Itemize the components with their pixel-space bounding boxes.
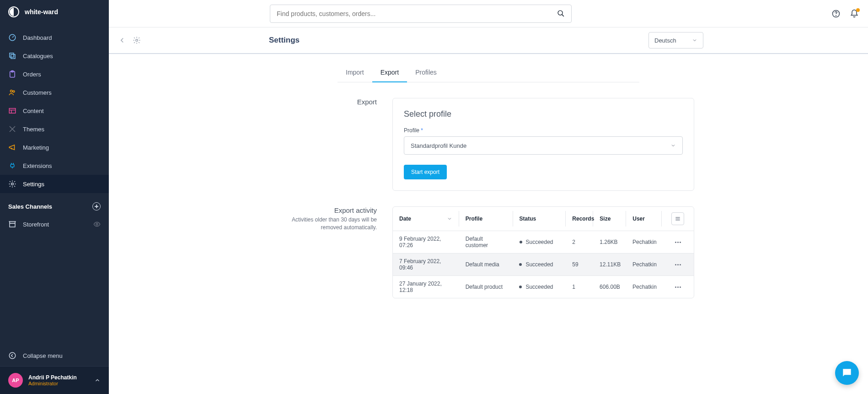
collapse-menu[interactable]: Collapse menu bbox=[0, 345, 109, 367]
table-header: Date Profile Status Records Size User bbox=[393, 207, 694, 231]
tabs: Import Export Profiles bbox=[338, 63, 639, 82]
chevron-down-icon bbox=[447, 216, 452, 221]
search-input[interactable] bbox=[277, 10, 557, 17]
notification-dot bbox=[856, 8, 860, 12]
svg-rect-9 bbox=[11, 164, 14, 167]
svg-point-16 bbox=[136, 39, 138, 42]
svg-point-15 bbox=[836, 15, 836, 16]
collapse-icon bbox=[8, 351, 16, 360]
svg-rect-2 bbox=[10, 53, 14, 57]
chevron-up-icon bbox=[94, 377, 101, 383]
nav-settings[interactable]: Settings bbox=[0, 175, 109, 193]
layout-icon bbox=[8, 107, 16, 115]
activity-section-label: Export activity bbox=[283, 206, 377, 214]
pagebar: Settings Deutsch bbox=[109, 27, 868, 54]
gear-icon bbox=[8, 180, 16, 188]
nav-content[interactable]: Content bbox=[0, 102, 109, 120]
table-row[interactable]: 7 February 2022, 09:46 Default media Suc… bbox=[393, 253, 694, 275]
user-block[interactable]: AP Andrii P Pechatkin Administrator bbox=[0, 367, 109, 394]
svg-rect-3 bbox=[11, 54, 15, 59]
col-status[interactable]: Status bbox=[513, 211, 566, 227]
users-icon bbox=[8, 88, 16, 97]
page-title: Settings bbox=[269, 36, 300, 45]
row-actions-button[interactable] bbox=[675, 264, 681, 265]
row-actions-button[interactable] bbox=[675, 286, 681, 288]
status-dot-icon bbox=[520, 241, 522, 243]
plug-icon bbox=[8, 162, 16, 170]
status-dot-icon bbox=[519, 286, 522, 288]
profile-select[interactable]: Standardprofil Kunde bbox=[404, 136, 683, 155]
tab-profiles[interactable]: Profiles bbox=[407, 63, 445, 82]
nav-orders[interactable]: Orders bbox=[0, 65, 109, 83]
search-button[interactable] bbox=[557, 10, 565, 17]
tab-import[interactable]: Import bbox=[338, 63, 372, 82]
svg-point-10 bbox=[11, 183, 14, 185]
svg-point-6 bbox=[11, 90, 13, 92]
col-profile[interactable]: Profile bbox=[459, 211, 513, 227]
svg-point-13 bbox=[558, 11, 563, 15]
status-dot-icon bbox=[519, 263, 522, 266]
export-card: Select profile Profile * Standardprofil … bbox=[392, 98, 694, 191]
activity-table: Date Profile Status Records Size User 9 … bbox=[392, 206, 694, 298]
palette-icon bbox=[8, 125, 16, 133]
main: Settings Deutsch Import Export Profiles … bbox=[109, 0, 868, 394]
user-role: Administrator bbox=[28, 381, 89, 386]
chat-bubble[interactable] bbox=[835, 361, 859, 385]
megaphone-icon bbox=[8, 143, 16, 151]
card-title: Select profile bbox=[404, 109, 683, 119]
search-field[interactable] bbox=[270, 5, 572, 23]
table-row[interactable]: 27 January 2022, 12:18 Default product S… bbox=[393, 275, 694, 298]
chevron-down-icon bbox=[670, 143, 676, 148]
tab-export[interactable]: Export bbox=[372, 63, 407, 82]
col-size[interactable]: Size bbox=[593, 211, 626, 227]
columns-button[interactable] bbox=[671, 212, 684, 225]
col-records[interactable]: Records bbox=[566, 211, 593, 227]
svg-point-11 bbox=[96, 223, 98, 225]
profile-field-label: Profile * bbox=[404, 127, 683, 134]
chevron-down-icon bbox=[692, 38, 697, 43]
clipboard-icon bbox=[8, 70, 16, 78]
topbar bbox=[109, 0, 868, 27]
box-icon bbox=[8, 52, 16, 60]
col-date[interactable]: Date bbox=[393, 211, 459, 227]
nav-dashboard[interactable]: Dashboard bbox=[0, 28, 109, 47]
start-export-button[interactable]: Start export bbox=[404, 165, 447, 179]
export-section-label: Export bbox=[283, 98, 392, 191]
gauge-icon bbox=[8, 33, 16, 42]
svg-point-12 bbox=[9, 352, 16, 359]
main-nav: Dashboard Catalogues Orders Customers Co… bbox=[0, 24, 109, 193]
nav-extensions[interactable]: Extensions bbox=[0, 157, 109, 175]
avatar: AP bbox=[8, 373, 23, 388]
notifications-icon[interactable] bbox=[850, 9, 859, 18]
settings-gear-icon[interactable] bbox=[133, 36, 141, 44]
language-select[interactable]: Deutsch bbox=[648, 32, 703, 49]
user-name: Andrii P Pechatkin bbox=[28, 374, 89, 381]
svg-point-7 bbox=[13, 91, 15, 92]
shop-icon bbox=[8, 220, 16, 228]
content: Import Export Profiles Export Select pro… bbox=[109, 54, 868, 394]
col-user[interactable]: User bbox=[626, 211, 662, 227]
nav-customers[interactable]: Customers bbox=[0, 83, 109, 102]
add-channel-icon[interactable] bbox=[92, 202, 101, 210]
channel-storefront[interactable]: Storefront bbox=[0, 215, 109, 233]
help-icon[interactable] bbox=[831, 9, 841, 18]
chat-icon bbox=[841, 367, 853, 379]
nav-catalogues[interactable]: Catalogues bbox=[0, 47, 109, 65]
nav-themes[interactable]: Themes bbox=[0, 120, 109, 138]
logo-icon bbox=[8, 6, 19, 17]
sidebar: white-ward Dashboard Catalogues Orders C… bbox=[0, 0, 109, 394]
nav-marketing[interactable]: Marketing bbox=[0, 138, 109, 157]
row-actions-button[interactable] bbox=[675, 242, 681, 243]
brand-name: white-ward bbox=[25, 8, 58, 16]
back-icon[interactable] bbox=[118, 36, 126, 44]
svg-rect-8 bbox=[9, 108, 16, 113]
sales-channels-header: Sales Channels bbox=[0, 193, 109, 215]
eye-icon[interactable] bbox=[93, 221, 101, 228]
sidebar-header: white-ward bbox=[0, 0, 109, 24]
table-row[interactable]: 9 February 2022, 07:26 Default customer … bbox=[393, 231, 694, 253]
activity-section-sub: Activities older than 30 days will be re… bbox=[283, 216, 377, 232]
